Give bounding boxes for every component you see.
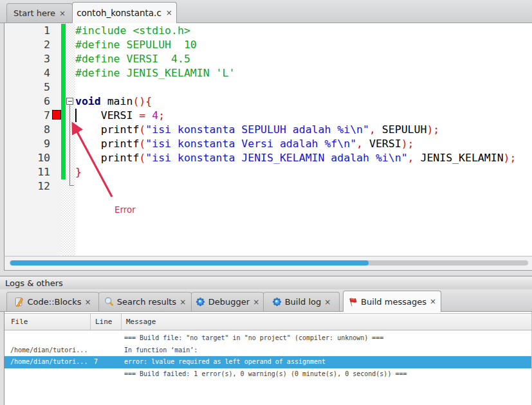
- code-editor[interactable]: 123456789101112 #include <stdio.h>#defin…: [4, 23, 532, 256]
- line-number: 12: [5, 179, 50, 194]
- tab-debugger[interactable]: Debugger ×: [191, 292, 264, 311]
- horizontal-scrollbar: [4, 256, 532, 271]
- fold-minus-line: [68, 101, 72, 102]
- line-number: 11: [5, 165, 50, 179]
- tab-search-results-label: Search results: [117, 297, 176, 307]
- message-cell: === Build file: "no target" in "no proje…: [124, 332, 383, 345]
- line-number: 2: [5, 38, 50, 52]
- tab-contoh-konstanta[interactable]: contoh_konstanta.c ×: [72, 2, 177, 23]
- magnifier-icon: [104, 297, 114, 307]
- table-row[interactable]: === Build failed: 1 error(s), 0 warning(…: [5, 368, 531, 381]
- tab-build-log[interactable]: Build log ×: [263, 292, 340, 311]
- line-cell: 7: [94, 356, 98, 368]
- code-text[interactable]: #include <stdio.h>#define SEPULUH 10#def…: [75, 24, 532, 194]
- column-header-message[interactable]: Message: [122, 314, 531, 330]
- tab-debugger-close-icon[interactable]: ×: [253, 298, 259, 306]
- line-number: 4: [5, 66, 50, 80]
- line-number: 7: [5, 109, 50, 123]
- logs-panel-caption: Logs & others: [0, 276, 532, 289]
- tab-build-messages-label: Build messages: [361, 297, 427, 307]
- tab-search-results[interactable]: Search results ×: [98, 292, 192, 311]
- tab-codeblocks-log[interactable]: Code::Blocks ×: [6, 292, 99, 311]
- code-line[interactable]: printf("isi konstanta JENIS_KELAMIN adal…: [75, 151, 532, 165]
- tab-start-here-label: Start here: [14, 8, 55, 18]
- tab-debugger-label: Debugger: [208, 297, 250, 307]
- fold-guide-end: [69, 185, 74, 186]
- tab-search-results-close-icon[interactable]: ×: [179, 298, 186, 306]
- tab-start-here-close-icon[interactable]: ×: [59, 10, 66, 17]
- code-line[interactable]: #include <stdio.h>: [75, 24, 532, 38]
- message-cell: In function ‘main’:: [124, 345, 197, 357]
- column-header-file[interactable]: File: [5, 314, 91, 330]
- table-header-row: File Line Message: [5, 313, 531, 330]
- tab-contoh-konstanta-close-icon[interactable]: ×: [166, 9, 172, 17]
- error-line-marker: [52, 110, 61, 120]
- red-flag-icon: [348, 297, 358, 307]
- tab-build-log-label: Build log: [285, 297, 322, 307]
- code-line[interactable]: printf("isi konstanta Versi adalah %f\n"…: [75, 137, 532, 151]
- tab-build-log-close-icon[interactable]: ×: [324, 298, 331, 306]
- tab-codeblocks-log-label: Code::Blocks: [27, 297, 81, 307]
- line-number: 6: [5, 94, 50, 109]
- error-annotation-label: Error: [115, 204, 136, 215]
- table-row[interactable]: /home/dian/tutori... In function ‘main’:: [5, 345, 531, 357]
- notepad-pencil-icon: [14, 297, 24, 307]
- scrollbar-thumb[interactable]: [10, 260, 369, 266]
- code-line[interactable]: #define JENIS_KELAMIN 'L': [75, 66, 532, 80]
- logs-tab-bar: Code::Blocks × Search results × Debugger…: [0, 289, 532, 312]
- blue-gear-icon: [196, 297, 205, 307]
- line-numbers: 123456789101112: [5, 24, 50, 194]
- code-line[interactable]: }: [75, 165, 532, 179]
- code-line[interactable]: printf("isi konstanta SEPULUH adalah %i\…: [75, 123, 532, 137]
- editor-tab-bar: Start here × contoh_konstanta.c ×: [0, 0, 532, 23]
- line-number: 9: [5, 137, 50, 151]
- text-caret: [75, 109, 77, 122]
- logs-panel-title: Logs & others: [5, 278, 63, 288]
- code-line[interactable]: void main(){: [75, 94, 532, 109]
- line-number: 8: [5, 123, 50, 137]
- fold-guide-line: [69, 104, 70, 186]
- code-line[interactable]: #define VERSI 4.5: [75, 52, 532, 66]
- tab-build-messages-close-icon[interactable]: ×: [430, 298, 436, 305]
- line-number: 1: [5, 24, 50, 38]
- code-line[interactable]: VERSI = 4;: [75, 109, 532, 123]
- tab-build-messages[interactable]: Build messages ×: [343, 291, 441, 312]
- tab-contoh-konstanta-label: contoh_konstanta.c: [77, 8, 161, 18]
- build-messages-table: File Line Message === Build file: "no ta…: [4, 312, 532, 405]
- message-cell: error: lvalue required as left operand o…: [124, 356, 326, 368]
- table-row-selected[interactable]: /home/dian/tutori... 7 error: lvalue req…: [5, 356, 531, 368]
- line-number: 5: [5, 80, 50, 94]
- line-number: 10: [5, 151, 50, 165]
- changed-lines-bar: [61, 24, 66, 179]
- file-cell: /home/dian/tutori...: [10, 345, 87, 357]
- code-line[interactable]: #define SEPULUH 10: [75, 38, 532, 52]
- line-number: 3: [5, 52, 50, 66]
- table-row[interactable]: === Build file: "no target" in "no proje…: [5, 332, 531, 345]
- file-cell: /home/dian/tutori...: [10, 356, 87, 368]
- message-cell: === Build failed: 1 error(s), 0 warning(…: [124, 368, 407, 381]
- tab-start-here[interactable]: Start here ×: [6, 3, 73, 22]
- column-header-line[interactable]: Line: [91, 314, 122, 330]
- tab-codeblocks-log-close-icon[interactable]: ×: [84, 298, 91, 306]
- code-line[interactable]: [75, 179, 532, 194]
- blue-gear-icon: [272, 297, 282, 307]
- code-line[interactable]: [75, 80, 532, 94]
